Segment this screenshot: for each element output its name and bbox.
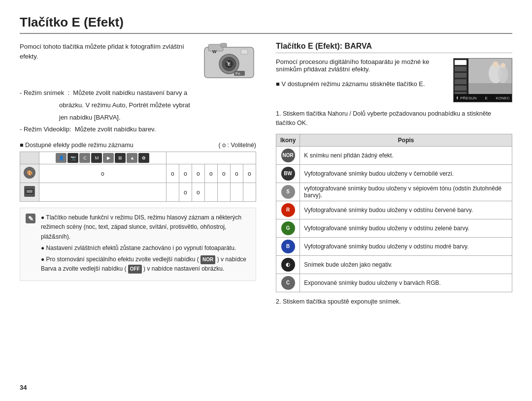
effect-icon-g: G xyxy=(281,221,295,235)
svg-text:E: E xyxy=(228,62,231,66)
mode-icon-extra1: ⊞ xyxy=(115,153,126,163)
icon-cell-6: ◐ xyxy=(276,255,300,274)
icon-cell-0: NOR xyxy=(276,146,300,164)
off-badge: OFF xyxy=(128,265,142,274)
lcd-e: E xyxy=(485,96,487,100)
section-title: Tlačítko E (Efekt): BARVA xyxy=(276,42,512,53)
icons-table: Ikony Popis NOR K snímku není přidán žád… xyxy=(276,134,512,292)
right-intro-text: Pomocí procesoru digitálního fotoaparátu… xyxy=(276,58,446,73)
effect-icon-neg: ◐ xyxy=(281,258,295,272)
lcd-konec: KONEC xyxy=(496,96,510,100)
svg-text:Fn: Fn xyxy=(235,71,240,76)
svg-point-23 xyxy=(493,62,499,67)
effect-desc-0: K snímku není přidán žádný efekt. xyxy=(300,146,512,164)
lcd-item-2 xyxy=(455,66,466,71)
table-header-icon: Ikony xyxy=(276,134,300,146)
svg-point-24 xyxy=(500,63,505,68)
effect-desc-7: Exponované snímky budou uloženy v barvác… xyxy=(300,274,512,292)
table-row: R Vyfotografované snímky budou uloženy v… xyxy=(276,201,512,219)
note-icon: ✎ xyxy=(25,213,36,276)
svg-text:✎: ✎ xyxy=(28,215,33,222)
lcd-item-5 xyxy=(455,86,466,91)
table-row: NOR K snímku není přidán žádný efekt. xyxy=(276,146,512,164)
table-row: C Exponované snímky budou uloženy v barv… xyxy=(276,274,512,292)
effect-desc-2: vyfotografované snímky budou uloženy v s… xyxy=(300,183,512,201)
right-column: Tlačítko E (Efekt): BARVA Pomocí proceso… xyxy=(276,42,512,312)
svg-text:W: W xyxy=(212,49,217,54)
effect-desc-5: Vyfotografované snímky budou uloženy v o… xyxy=(300,237,512,255)
mode-icon-c: C xyxy=(79,153,90,163)
effect-desc-6: Snímek bude uložen jako negativ. xyxy=(300,255,512,274)
page-number: 34 xyxy=(20,384,27,391)
effect-icon-r: R xyxy=(281,203,295,217)
svg-rect-25 xyxy=(468,83,512,95)
mode-icon-mountain: ▲ xyxy=(127,153,137,163)
svg-point-22 xyxy=(498,65,508,83)
lcd-photo xyxy=(468,59,512,94)
effect-icon-s: S xyxy=(281,185,295,199)
effect-desc-1: Vyfotografované snímky budou uloženy v č… xyxy=(300,164,512,183)
effect-desc-4: Vyfotografované snímky budou uloženy v o… xyxy=(300,219,512,237)
mode-icon-m: M xyxy=(91,153,102,163)
effects-table: 👤 📷 C M ▶ ⊞ xyxy=(20,152,256,202)
step2-text: 2. Stiskem tlačítka spouště exponujte sn… xyxy=(276,297,512,307)
effects-header-left: ■ Dostupné efekty podle režimu záznamu xyxy=(20,142,133,149)
lcd-item-1 xyxy=(455,60,466,65)
svg-text:🎨: 🎨 xyxy=(27,170,33,176)
lcd-presun: ⬆ PŘESUN xyxy=(456,96,477,100)
icon-cell-2: S xyxy=(276,183,300,201)
effect-icon-bw: BW xyxy=(281,167,295,181)
mode-icon-portrait: 👤 xyxy=(56,153,66,163)
table-row: BW Vyfotografované snímky budou uloženy … xyxy=(276,164,512,183)
table-row: G Vyfotografované snímky budou uloženy v… xyxy=(276,219,512,237)
step1-text: 1. Stiskem tlačítka Nahoru / Dolů vybert… xyxy=(276,109,512,128)
icon-cell-3: R xyxy=(276,201,300,219)
lcd-preview: BARVA ⬆ PŘESUN E KONEC xyxy=(453,58,512,102)
effect-icon-b: B xyxy=(281,240,295,253)
nor-badge: NOR xyxy=(200,255,215,264)
icon-cell-1: BW xyxy=(276,164,300,183)
right-top: Pomocí procesoru digitálního fotoaparátu… xyxy=(276,58,512,102)
right-intro: Pomocí procesoru digitálního fotoaparátu… xyxy=(276,58,446,102)
bullet-list: - Režim snímek : Můžete zvolit nabídku n… xyxy=(20,88,256,135)
mode-icon-flower: ✿ xyxy=(138,153,149,163)
note-bullet-2: ● Nastavení zvláštních efektů zůstane za… xyxy=(41,244,251,253)
mode-icon-clip: ▶ xyxy=(103,153,114,163)
note-content: ● Tlačítko nebude funkční v režimu DIS, … xyxy=(41,213,251,276)
lcd-item-4 xyxy=(455,79,466,84)
svg-rect-12 xyxy=(241,49,248,54)
svg-rect-17 xyxy=(27,190,33,193)
bullet-1-cont2: jen nabídku [BARVA]. xyxy=(59,113,256,123)
icon-cell-5: B xyxy=(276,237,300,255)
page-title: Tlačítko E (Efekt) xyxy=(20,15,512,34)
effect-desc-3: Vyfotografované snímky budou uloženy v o… xyxy=(300,201,512,219)
table-row: B Vyfotografované snímky budou uloženy v… xyxy=(276,237,512,255)
mode-icon-camera: 📷 xyxy=(67,153,78,163)
bullet-1-label: - Režim snímek : Můžete zvolit nabídku n… xyxy=(20,88,256,98)
dostupnem-text: ■ V dostupném režimu záznamu stiskněte t… xyxy=(276,80,446,88)
table-row-2: o o xyxy=(20,183,256,202)
lcd-bottom-bar: ⬆ PŘESUN E KONEC xyxy=(454,94,512,102)
note-box: ✎ ● Tlačítko nebude funkční v režimu DIS… xyxy=(20,208,256,281)
note-bullet-3: ● Pro stornování speciálního efektu zvol… xyxy=(41,255,251,274)
left-column: Pomocí tohoto tlačítka můžete přidat k f… xyxy=(20,42,256,312)
intro-text: Pomocí tohoto tlačítka můžete přidat k f… xyxy=(20,42,194,81)
available-effects: ■ Dostupné efekty podle režimu záznamu (… xyxy=(20,142,256,202)
effects-header-right: ( o : Volitelné) xyxy=(219,142,256,149)
camera-image: W Fn E xyxy=(202,42,256,81)
note-bullet-1: ● Tlačítko nebude funkční v režimu DIS, … xyxy=(41,213,251,242)
table-row: 🎨 o o o o o o o o xyxy=(20,164,256,183)
bullet-2-label: - Režim Videoklip: Můžete zvolit nabídku… xyxy=(20,124,256,135)
icon-cell-7: C xyxy=(276,274,300,292)
svg-rect-10 xyxy=(221,43,227,47)
effect-icon-nor: NOR xyxy=(281,149,295,162)
effect-icon-rgb: C xyxy=(281,276,295,290)
lcd-item-3 xyxy=(455,73,466,78)
table-row: ◐ Snímek bude uložen jako negativ. xyxy=(276,255,512,274)
table-row: S vyfotografované snímky budou uloženy v… xyxy=(276,183,512,201)
table-header-desc: Popis xyxy=(300,134,512,146)
bullet-1-cont: obrázku. V režimu Auto, Portrét můžete v… xyxy=(59,100,256,111)
icon-cell-4: G xyxy=(276,219,300,237)
